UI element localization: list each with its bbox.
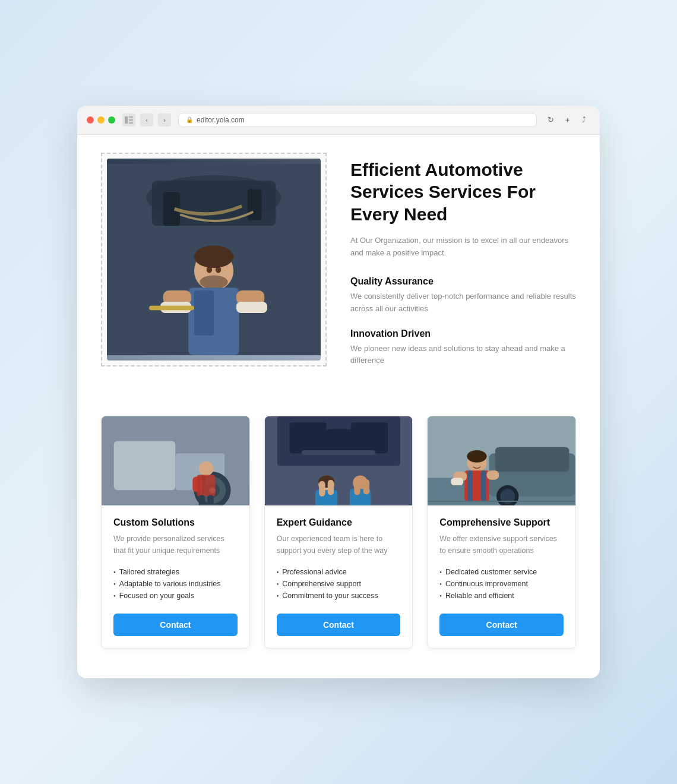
- svg-rect-2: [129, 119, 133, 121]
- traffic-lights: [87, 116, 115, 124]
- svg-point-67: [467, 450, 487, 463]
- feature-innovation: Innovation Driven We pioneer new ideas a…: [350, 328, 576, 368]
- card-body-2: Expert Guidance Our experienced team is …: [265, 505, 413, 648]
- share-button[interactable]: ⤴: [577, 113, 590, 127]
- svg-rect-57: [495, 447, 569, 472]
- card-list-3: Dedicated customer service Continuous im…: [439, 566, 564, 602]
- svg-rect-65: [451, 478, 464, 485]
- card-image-3: [428, 416, 575, 505]
- svg-rect-1: [129, 116, 133, 118]
- list-item: Comprehensive support: [277, 578, 401, 590]
- card-expert-guidance: Expert Guidance Our experienced team is …: [264, 416, 413, 649]
- svg-rect-0: [125, 116, 128, 124]
- svg-rect-33: [203, 476, 205, 496]
- lock-icon: 🔒: [186, 116, 193, 123]
- hero-image: [107, 159, 321, 361]
- svg-rect-34: [199, 495, 205, 505]
- svg-rect-50: [327, 480, 333, 495]
- svg-point-21: [194, 245, 233, 268]
- page-content: Efficient Automotive Services Services F…: [77, 135, 600, 678]
- list-item: Continuous improvement: [439, 578, 564, 590]
- svg-rect-35: [207, 495, 213, 505]
- hero-image-container: [101, 153, 327, 366]
- back-button[interactable]: ‹: [140, 113, 153, 127]
- svg-rect-3: [129, 122, 133, 124]
- svg-rect-15: [194, 290, 214, 336]
- reload-button[interactable]: ↻: [544, 113, 557, 127]
- list-item: Professional advice: [277, 566, 401, 578]
- svg-rect-62: [468, 470, 473, 501]
- svg-rect-8: [248, 189, 262, 220]
- hero-image-dashed-border: [101, 153, 327, 366]
- feature-innovation-desc: We pioneer new ideas and solutions to st…: [350, 343, 576, 368]
- address-bar[interactable]: 🔒 editor.yola.com: [178, 113, 537, 127]
- card-description-2: Our experienced team is here to support …: [277, 533, 401, 557]
- browser-window: ‹ › 🔒 editor.yola.com ↻ ＋ ⤴: [77, 106, 600, 678]
- browser-controls: ‹ ›: [122, 113, 171, 127]
- card-image-1: [102, 416, 249, 505]
- card-comprehensive-support: Comprehensive Support We offer extensive…: [427, 416, 576, 649]
- card-description-1: We provide personalized services that fi…: [113, 533, 238, 557]
- forward-button[interactable]: ›: [158, 113, 171, 127]
- hero-section: Efficient Automotive Services Services F…: [101, 153, 576, 380]
- card-list-1: Tailored strategies Adaptable to various…: [113, 566, 238, 602]
- feature-quality-desc: We consistently deliver top-notch perfor…: [350, 290, 576, 315]
- svg-rect-45: [315, 490, 337, 505]
- svg-rect-66: [487, 470, 499, 480]
- card-image-2: [265, 416, 413, 505]
- svg-rect-63: [481, 470, 486, 501]
- feature-innovation-title: Innovation Driven: [350, 328, 576, 339]
- browser-chrome: ‹ › 🔒 editor.yola.com ↻ ＋ ⤴: [77, 106, 600, 135]
- dot-red[interactable]: [87, 116, 94, 124]
- card-list-2: Professional advice Comprehensive suppor…: [277, 566, 401, 602]
- svg-rect-19: [236, 302, 267, 313]
- feature-quality: Quality Assurance We consistently delive…: [350, 276, 576, 315]
- card-title-3: Comprehensive Support: [439, 517, 564, 528]
- card-description-3: We offer extensive support services to e…: [439, 533, 564, 557]
- svg-point-41: [308, 429, 369, 453]
- svg-point-29: [199, 461, 214, 476]
- card-custom-solutions: Custom Solutions We provide personalized…: [101, 416, 250, 649]
- svg-rect-42: [302, 450, 375, 455]
- sidebar-toggle-button[interactable]: [122, 113, 135, 127]
- list-item: Tailored strategies: [113, 566, 238, 578]
- contact-button-1[interactable]: Contact: [113, 614, 238, 636]
- card-body-3: Comprehensive Support We offer extensive…: [428, 505, 575, 648]
- svg-rect-49: [319, 481, 325, 497]
- url-text: editor.yola.com: [197, 116, 245, 124]
- svg-rect-51: [354, 478, 360, 495]
- list-item: Commitment to your success: [277, 590, 401, 602]
- contact-button-2[interactable]: Contact: [277, 614, 401, 636]
- dot-green[interactable]: [108, 116, 115, 124]
- svg-rect-31: [192, 477, 202, 492]
- hero-text: Efficient Automotive Services Services F…: [350, 153, 576, 380]
- feature-quality-title: Quality Assurance: [350, 276, 576, 287]
- cards-section: Custom Solutions We provide personalized…: [101, 416, 576, 649]
- list-item: Reliable and efficient: [439, 590, 564, 602]
- hero-description: At Our Organization, our mission is to e…: [350, 235, 576, 260]
- list-item: Adaptable to various industries: [113, 578, 238, 590]
- list-item: Dedicated customer service: [439, 566, 564, 578]
- card-title-2: Expert Guidance: [277, 517, 401, 528]
- card-img-mechanic-under: [265, 416, 413, 505]
- hero-title: Efficient Automotive Services Services F…: [350, 159, 576, 226]
- list-item: Focused on your goals: [113, 590, 238, 602]
- card-title-1: Custom Solutions: [113, 517, 238, 528]
- card-img-mechanic-tire: [102, 416, 249, 505]
- svg-rect-23: [114, 441, 176, 491]
- svg-rect-32: [198, 476, 200, 496]
- browser-actions: ↻ ＋ ⤴: [544, 113, 590, 127]
- card-img-mechanic-car: [428, 416, 575, 505]
- svg-point-13: [200, 275, 227, 289]
- dot-yellow[interactable]: [97, 116, 105, 124]
- svg-rect-20: [149, 306, 194, 311]
- contact-button-3[interactable]: Contact: [439, 614, 564, 636]
- svg-rect-52: [363, 479, 369, 495]
- card-body-1: Custom Solutions We provide personalized…: [102, 505, 249, 648]
- add-tab-button[interactable]: ＋: [561, 113, 574, 127]
